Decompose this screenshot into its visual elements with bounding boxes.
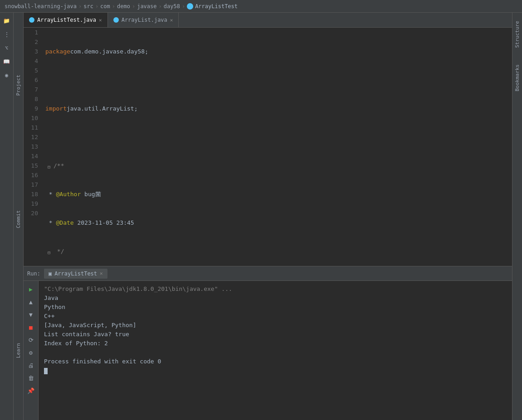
file-icon xyxy=(187,3,193,10)
output-line-array: [Java, JavaScript, Python] xyxy=(44,321,507,330)
output-line-exit: Process finished with exit code 0 xyxy=(44,357,507,366)
code-editor[interactable]: 1 2 3 4 5 6 7 8 9 10 11 12 13 14 15 16 1… xyxy=(24,28,512,266)
output-line-cmd: "C:\Program Files\Java\jdk1.8.0_201\bin\… xyxy=(44,285,507,294)
line-numbers: 1 2 3 4 5 6 7 8 9 10 11 12 13 14 15 16 1… xyxy=(24,28,42,266)
tab-close-button[interactable]: ✕ xyxy=(99,17,102,23)
code-line-2 xyxy=(45,75,508,85)
code-line-6: * @Author bug菌 xyxy=(45,189,508,199)
tab-label: ArrayListTest.java xyxy=(37,17,96,23)
run-content-area: ▶ ▲ ▼ ■ ⟳ ⚙ 🖨 🗑 📌 "C:\Program Files\Java… xyxy=(24,281,512,420)
breadcrumb-current[interactable]: ArrayListTest xyxy=(195,3,238,10)
run-toolbar: ▶ ▲ ▼ ■ ⟳ ⚙ 🖨 🗑 📌 xyxy=(24,281,39,420)
code-content[interactable]: package com.demo.javase.day58; import ja… xyxy=(42,28,512,266)
run-trash-button[interactable]: 🗑 xyxy=(25,372,36,383)
run-play-button[interactable]: ▶ xyxy=(25,284,36,294)
breadcrumb-item[interactable]: snowball-learning-java xyxy=(5,3,77,10)
run-tab-close-button[interactable]: ✕ xyxy=(100,270,103,276)
tab-arraylisttest[interactable]: ArrayListTest.java ✕ xyxy=(24,13,108,27)
run-output[interactable]: "C:\Program Files\Java\jdk1.8.0_201\bin\… xyxy=(39,281,512,420)
breadcrumb-item[interactable]: day58 xyxy=(164,3,180,10)
output-line-cpp: C++ xyxy=(44,312,507,321)
tab-arraylist[interactable]: ArrayList.java ✕ xyxy=(108,13,179,27)
breadcrumb-item[interactable]: src xyxy=(83,3,93,10)
sidebar-label-project[interactable]: Project xyxy=(15,71,22,99)
breadcrumb: snowball-learning-java › src › com › dem… xyxy=(0,0,522,13)
code-line-3: import java.util.ArrayList; xyxy=(45,104,508,113)
run-up-button[interactable]: ▲ xyxy=(25,296,36,307)
sidebar-branch-icon[interactable]: ⌥ xyxy=(0,42,13,54)
tab-file-icon xyxy=(29,17,34,23)
run-tabs-bar: Run: ▣ ArrayListTest ✕ xyxy=(24,266,512,281)
run-gear-button[interactable]: ⚙ xyxy=(25,347,36,358)
sidebar-project-icon[interactable]: 📁 xyxy=(0,14,13,27)
run-panel: Run: ▣ ArrayListTest ✕ ▶ ▲ ▼ ■ ⟳ ⚙ 🖨 xyxy=(24,266,512,420)
run-tab-arraylisttest[interactable]: ▣ ArrayListTest ✕ xyxy=(44,269,107,279)
output-line-java: Java xyxy=(44,294,507,303)
tabs-bar: ArrayListTest.java ✕ ArrayList.java ✕ xyxy=(24,13,512,28)
sidebar-label-structure[interactable]: Structure xyxy=(513,17,521,52)
output-cursor-line xyxy=(44,366,507,375)
sidebar-learn-icon[interactable]: 📖 xyxy=(0,55,13,68)
sidebar-label-bookmarks[interactable]: Bookmarks xyxy=(513,61,521,95)
tab-file-icon xyxy=(113,17,119,23)
code-line-4 xyxy=(45,132,508,142)
breadcrumb-item[interactable]: com xyxy=(100,3,110,10)
run-label: Run: xyxy=(27,270,40,277)
tab-label: ArrayList.java xyxy=(122,17,167,23)
breadcrumb-item[interactable]: demo xyxy=(117,3,130,10)
code-line-8: ⊟ */ xyxy=(45,246,508,256)
run-tab-label: ArrayListTest xyxy=(54,270,97,277)
run-rerun-button[interactable]: ⟳ xyxy=(25,334,36,345)
sidebar-git-icon[interactable]: ⋮ xyxy=(0,28,13,41)
sidebar-sphere-icon[interactable]: ◉ xyxy=(0,69,13,82)
output-line-index: Index of Python: 2 xyxy=(44,339,507,348)
code-line-7: * @Date 2023-11-05 23:45 xyxy=(45,218,508,227)
left-sidebar: 📁 ⋮ ⌥ 📖 ◉ xyxy=(0,13,14,420)
run-print-button[interactable]: 🖨 xyxy=(25,360,36,371)
cursor xyxy=(44,368,48,374)
run-pin-button[interactable]: 📌 xyxy=(25,385,36,396)
tab-close-button[interactable]: ✕ xyxy=(170,17,173,23)
run-down-button[interactable]: ▼ xyxy=(25,309,36,320)
right-sidebar: Structure Bookmarks xyxy=(512,13,522,420)
breadcrumb-item[interactable]: javase xyxy=(137,3,156,10)
editor-area: ArrayListTest.java ✕ ArrayList.java ✕ 1 … xyxy=(24,13,512,420)
left-sidebar-labels: Project Commit Learn xyxy=(14,13,24,420)
code-line-5: ⊟/** xyxy=(45,161,508,170)
sidebar-label-commit[interactable]: Commit xyxy=(15,207,22,232)
code-line-1: package com.demo.javase.day58; xyxy=(45,47,508,56)
output-line-empty xyxy=(44,348,507,357)
run-tab-icon: ▣ xyxy=(49,270,52,277)
output-line-python: Python xyxy=(44,303,507,312)
run-stop-button[interactable]: ■ xyxy=(25,322,36,333)
sidebar-label-learn[interactable]: Learn xyxy=(15,339,22,362)
output-line-contains: List contains Java? true xyxy=(44,330,507,339)
